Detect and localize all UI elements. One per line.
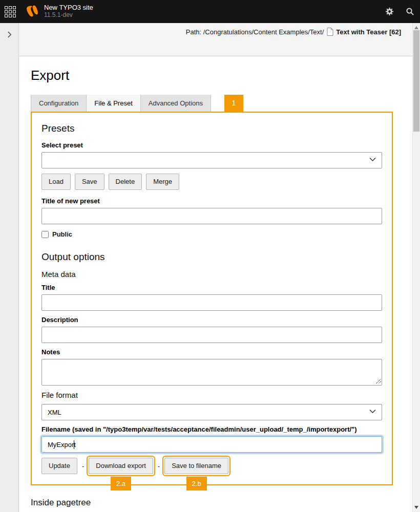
topbar: New TYPO3 site 11.5.1-dev (0, 0, 420, 23)
module-nav-strip (0, 23, 19, 512)
breadcrumb-record-link[interactable]: Text with Teaser [62] (336, 28, 401, 36)
search-button[interactable] (400, 0, 420, 23)
scroll-down-icon[interactable] (414, 506, 418, 509)
separator-dash: - (158, 462, 160, 470)
grid-3x3-icon (5, 6, 16, 17)
module-body: Export Configuration File & Preset Advan… (19, 56, 412, 512)
preset-select[interactable] (41, 152, 382, 168)
separator-dash: - (82, 462, 84, 470)
inside-pagetree-heading: Inside pagetree (31, 498, 393, 508)
file-preset-panel: Presets Select preset Load Save Delete M… (31, 112, 393, 485)
description-input[interactable] (41, 327, 382, 343)
update-button[interactable]: Update (41, 458, 77, 474)
breadcrumb: Path: /Congratulations/Content Examples/… (186, 28, 401, 36)
nav-expand-button[interactable] (0, 25, 19, 44)
page-document-icon (327, 28, 333, 36)
annotation-badge-2b: 2.b (186, 477, 207, 490)
output-options-heading: Output options (41, 251, 382, 263)
new-preset-title-input[interactable] (41, 208, 382, 224)
tab-configuration[interactable]: Configuration (31, 95, 87, 112)
description-label: Description (41, 316, 382, 324)
vertical-scrollbar[interactable] (412, 23, 420, 512)
brand[interactable]: New TYPO3 site 11.5.1-dev (26, 4, 93, 19)
public-checkbox-row: Public (41, 230, 382, 238)
presets-heading: Presets (41, 123, 382, 134)
delete-button[interactable]: Delete (109, 174, 142, 190)
site-title: New TYPO3 site (44, 4, 93, 12)
docheader: Path: /Congratulations/Content Examples/… (19, 23, 420, 56)
new-preset-title-label: Title of new preset (41, 197, 382, 205)
preset-select-wrap (41, 152, 382, 168)
download-export-button[interactable]: Download export 2.a (89, 458, 153, 474)
tab-advanced-options[interactable]: Advanced Options (141, 95, 211, 112)
page-title: Export (31, 68, 393, 83)
text-cursor (74, 440, 74, 449)
notes-textarea[interactable] (41, 359, 382, 386)
public-label: Public (52, 230, 72, 238)
export-action-row: Update - Download export 2.a - Save to f… (41, 458, 382, 474)
notes-label: Notes (41, 348, 382, 356)
scrollbar-thumb[interactable] (413, 30, 419, 132)
tab-file-preset[interactable]: File & Preset (87, 95, 140, 112)
title-label: Title (41, 284, 382, 291)
preset-buttons: Load Save Delete Merge (41, 174, 382, 190)
resize-handle-icon[interactable] (376, 378, 381, 383)
apps-menu-button[interactable] (0, 0, 20, 23)
tab-bar: Configuration File & Preset Advanced Opt… (31, 95, 393, 112)
magnifier-icon (406, 7, 414, 16)
gear-icon (385, 7, 394, 16)
public-checkbox[interactable] (41, 231, 49, 238)
save-to-filename-button[interactable]: Save to filename 2.b (164, 458, 228, 474)
breadcrumb-path: Path: /Congratulations/Content Examples/… (186, 28, 324, 36)
site-version: 11.5.1-dev (44, 12, 93, 19)
annotation-badge-1: 1 (224, 95, 243, 112)
file-format-label: File format (41, 391, 382, 399)
filename-input[interactable] (41, 436, 382, 453)
save-button[interactable]: Save (75, 174, 104, 190)
filename-input-wrap (41, 436, 382, 453)
chevron-right-icon (7, 31, 12, 38)
select-preset-label: Select preset (41, 141, 382, 149)
notes-textarea-wrap (41, 359, 382, 386)
merge-button[interactable]: Merge (146, 174, 179, 190)
settings-button[interactable] (379, 0, 400, 23)
title-input[interactable] (41, 294, 382, 311)
typo3-logo-icon (26, 5, 39, 18)
filename-label: Filename (saved in "/typo3temp/var/tests… (41, 425, 382, 433)
file-format-select[interactable]: XML (41, 404, 382, 420)
meta-data-heading: Meta data (41, 270, 382, 279)
file-format-select-wrap: XML (41, 404, 382, 420)
scroll-up-icon[interactable] (414, 26, 418, 29)
load-button[interactable]: Load (41, 174, 71, 190)
annotation-badge-2a: 2.a (111, 477, 131, 490)
